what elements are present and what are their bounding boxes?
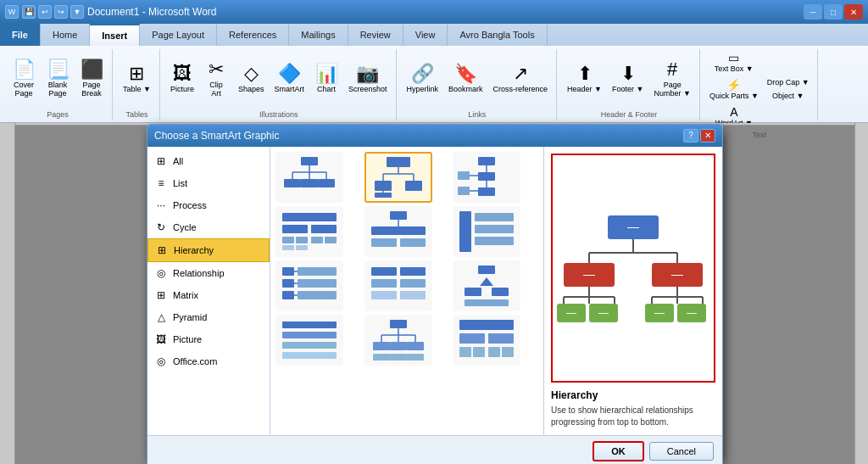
customize-icon[interactable]: ▼ bbox=[70, 5, 84, 19]
picture-label: Picture bbox=[170, 85, 194, 93]
tab-mailings[interactable]: Mailings bbox=[289, 24, 348, 46]
category-process[interactable]: ··· Process bbox=[147, 194, 270, 216]
ok-button[interactable]: OK bbox=[593, 441, 644, 461]
screenshot-button[interactable]: 📷 Screenshot bbox=[345, 63, 391, 95]
category-list[interactable]: ≡ List bbox=[147, 172, 270, 194]
save-icon[interactable]: 💾 bbox=[22, 5, 36, 19]
picture-icon: 🖼 bbox=[173, 64, 192, 83]
picture-button[interactable]: 🖼 Picture bbox=[167, 63, 198, 95]
process-category-icon: ··· bbox=[154, 198, 168, 212]
undo-icon[interactable]: ↩ bbox=[38, 5, 52, 19]
svg-rect-20 bbox=[478, 172, 495, 181]
tab-references[interactable]: References bbox=[217, 24, 289, 46]
svg-text:—: — bbox=[687, 307, 697, 319]
ribbon-group-links: 🔗 Hyperlink 🔖 Bookmark ↗ Cross-reference… bbox=[398, 49, 558, 120]
footer-button[interactable]: ⬇ Footer ▼ bbox=[609, 63, 647, 95]
svg-rect-84 bbox=[459, 347, 471, 357]
svg-rect-68 bbox=[282, 352, 337, 359]
graphics-panel bbox=[270, 147, 544, 435]
cover-page-button[interactable]: 📄 CoverPage bbox=[8, 59, 39, 99]
drop-cap-button[interactable]: Drop Cap ▼ bbox=[765, 76, 812, 88]
svg-text:—: — bbox=[583, 267, 595, 281]
graphic-item-8[interactable] bbox=[364, 260, 432, 311]
quick-access-toolbar: 💾 ↩ ↪ ▼ bbox=[22, 5, 84, 19]
dialog-close-button[interactable]: ✕ bbox=[700, 129, 715, 143]
cancel-button[interactable]: Cancel bbox=[649, 442, 714, 461]
category-officecom[interactable]: ◎ Office.com bbox=[147, 350, 270, 372]
graphic-item-4[interactable] bbox=[275, 206, 343, 257]
graphic-item-12[interactable] bbox=[453, 315, 520, 366]
graphic-item-2[interactable] bbox=[364, 152, 432, 203]
minimize-button[interactable]: ─ bbox=[804, 4, 822, 20]
graphic-item-9[interactable] bbox=[453, 260, 520, 311]
ribbon-group-text: ▭ Text Box ▼ ⚡ Quick Parts ▼ A WordArt ▼… bbox=[702, 49, 818, 120]
svg-rect-34 bbox=[282, 245, 294, 250]
smartart-button[interactable]: 🔷 SmartArt bbox=[270, 63, 308, 95]
object-button[interactable]: Object ▼ bbox=[765, 90, 812, 102]
svg-rect-83 bbox=[488, 333, 514, 344]
category-all[interactable]: ⊞ All bbox=[147, 150, 270, 172]
window-controls: ─ □ ✕ bbox=[804, 4, 863, 20]
right-scrollbar[interactable] bbox=[854, 123, 868, 464]
object-label: Object ▼ bbox=[772, 92, 804, 100]
table-icon: ⊞ bbox=[129, 64, 144, 83]
clip-art-button[interactable]: ✂ ClipArt bbox=[201, 59, 231, 99]
table-label: Table ▼ bbox=[123, 85, 151, 93]
svg-rect-14 bbox=[375, 181, 392, 191]
graphic-item-11[interactable] bbox=[364, 315, 432, 366]
graphic-item-5[interactable] bbox=[364, 206, 432, 257]
tab-page-layout[interactable]: Page Layout bbox=[140, 24, 217, 46]
graphic-item-7[interactable] bbox=[275, 260, 343, 311]
tab-review[interactable]: Review bbox=[348, 24, 403, 46]
hyperlink-label: Hyperlink bbox=[407, 85, 439, 93]
svg-rect-15 bbox=[405, 181, 422, 191]
title-bar-left: W 💾 ↩ ↪ ▼ Document1 - Microsoft Word bbox=[5, 5, 217, 19]
ribbon-group-illustrations: 🖼 Picture ✂ ClipArt ◇ Shapes 🔷 SmartArt … bbox=[162, 49, 397, 120]
svg-rect-29 bbox=[311, 225, 337, 233]
dialog-footer: OK Cancel bbox=[147, 435, 722, 465]
tab-avro[interactable]: Avro Bangla Tools bbox=[448, 24, 547, 46]
tab-file[interactable]: File bbox=[0, 24, 41, 46]
chart-button[interactable]: 📊 Chart bbox=[311, 63, 342, 95]
page-break-button[interactable]: ⬛ PageBreak bbox=[76, 59, 107, 99]
tab-insert[interactable]: Insert bbox=[90, 24, 140, 46]
category-matrix[interactable]: ⊞ Matrix bbox=[147, 284, 270, 306]
hyperlink-button[interactable]: 🔗 Hyperlink bbox=[403, 63, 442, 95]
text-box-button[interactable]: ▭ Text Box ▼ bbox=[707, 49, 761, 75]
close-button[interactable]: ✕ bbox=[844, 4, 863, 20]
redo-icon[interactable]: ↪ bbox=[54, 5, 68, 19]
page-number-label: PageNumber ▼ bbox=[654, 81, 690, 98]
screenshot-icon: 📷 bbox=[356, 64, 379, 83]
svg-rect-8 bbox=[318, 179, 335, 187]
category-hierarchy[interactable]: ⊞ Hierarchy bbox=[147, 238, 270, 262]
table-button[interactable]: ⊞ Table ▼ bbox=[120, 63, 154, 95]
svg-marker-61 bbox=[480, 277, 493, 286]
header-button[interactable]: ⬆ Header ▼ bbox=[564, 63, 605, 95]
ribbon-group-pages: 📄 CoverPage 📃 BlankPage ⬛ PageBreak Page… bbox=[3, 49, 113, 120]
preview-name: Hierarchy bbox=[551, 389, 715, 401]
graphic-item-10[interactable] bbox=[275, 315, 343, 366]
shapes-button[interactable]: ◇ Shapes bbox=[235, 63, 268, 95]
text-buttons: ▭ Text Box ▼ ⚡ Quick Parts ▼ A WordArt ▼… bbox=[707, 49, 812, 129]
page-number-button[interactable]: # PageNumber ▼ bbox=[650, 59, 693, 99]
svg-rect-81 bbox=[459, 320, 514, 330]
graphic-item-3[interactable] bbox=[453, 152, 520, 203]
blank-page-button[interactable]: 📃 BlankPage bbox=[42, 59, 73, 99]
graphic-item-1[interactable] bbox=[275, 152, 343, 203]
preview-box: — bbox=[551, 154, 715, 383]
tab-home[interactable]: Home bbox=[41, 24, 90, 46]
svg-rect-24 bbox=[458, 171, 470, 180]
svg-rect-63 bbox=[492, 288, 509, 296]
cross-reference-button[interactable]: ↗ Cross-reference bbox=[490, 63, 552, 95]
category-cycle[interactable]: ↻ Cycle bbox=[147, 216, 270, 238]
category-picture[interactable]: 🖼 Picture bbox=[147, 328, 270, 350]
graphic-item-6[interactable] bbox=[453, 206, 520, 257]
pages-buttons: 📄 CoverPage 📃 BlankPage ⬛ PageBreak bbox=[8, 49, 107, 109]
category-relationship[interactable]: ◎ Relationship bbox=[147, 262, 270, 284]
category-pyramid[interactable]: △ Pyramid bbox=[147, 306, 270, 328]
maximize-button[interactable]: □ bbox=[824, 4, 843, 20]
bookmark-button[interactable]: 🔖 Bookmark bbox=[445, 63, 487, 95]
tab-view[interactable]: View bbox=[403, 24, 448, 46]
dialog-help-button[interactable]: ? bbox=[683, 129, 698, 143]
quick-parts-button[interactable]: ⚡ Quick Parts ▼ bbox=[707, 76, 761, 102]
